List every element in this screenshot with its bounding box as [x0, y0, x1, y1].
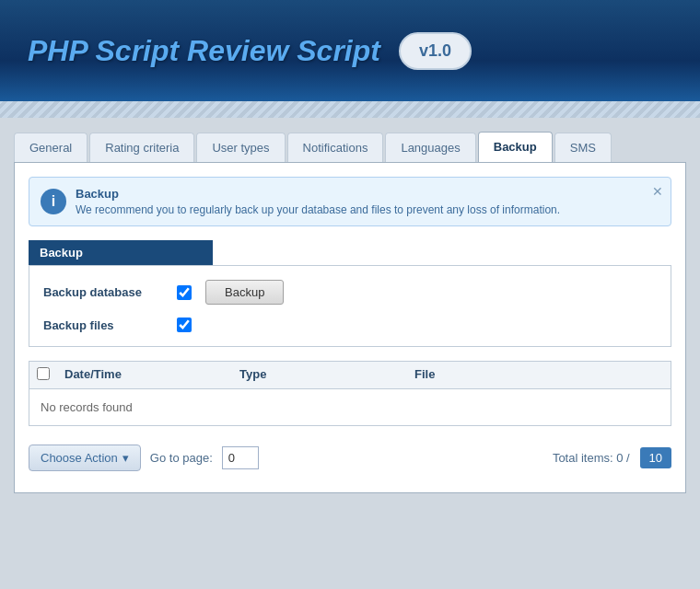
- tab-bar: General Rating criteria User types Notif…: [14, 132, 686, 162]
- section-title: Backup: [29, 240, 213, 265]
- total-items-label: Total items: 0 / 10: [553, 451, 671, 465]
- header: PHP Script Review Script v1.0: [0, 0, 700, 101]
- info-icon: i: [41, 189, 66, 214]
- tab-user-types[interactable]: User types: [196, 133, 285, 162]
- tab-sms[interactable]: SMS: [554, 133, 612, 162]
- tab-languages[interactable]: Languages: [385, 133, 475, 162]
- tab-rating-criteria[interactable]: Rating criteria: [89, 133, 194, 162]
- tab-backup[interactable]: Backup: [478, 132, 553, 162]
- backup-files-label: Backup files: [43, 318, 163, 332]
- total-label-text: Total items: 0 /: [553, 451, 630, 465]
- select-all-checkbox[interactable]: [37, 367, 50, 380]
- app-title: PHP Script Review Script: [28, 34, 380, 68]
- bottom-bar: Choose Action ▾ Go to page: Total items:…: [29, 437, 671, 479]
- choose-action-arrow-icon: ▾: [122, 451, 129, 465]
- content-area: i Backup We recommend you to regularly b…: [14, 162, 686, 493]
- backup-files-row: Backup files: [43, 318, 657, 332]
- tab-general[interactable]: General: [14, 133, 88, 162]
- title-review-script: Script: [96, 34, 180, 67]
- backup-database-label: Backup database: [43, 285, 163, 299]
- section-body: Backup database Backup Backup files: [29, 265, 671, 347]
- col-file: File: [414, 367, 589, 383]
- title-review-word: Review Script: [187, 34, 380, 67]
- backup-files-checkbox[interactable]: [177, 318, 192, 332]
- backup-section: Backup Backup database Backup Backup fil…: [29, 240, 671, 347]
- col-type: Type: [239, 367, 414, 383]
- info-body: We recommend you to regularly back up yo…: [76, 203, 560, 216]
- title-php: PHP: [28, 34, 96, 67]
- stripe-divider: [0, 101, 700, 118]
- table-select-all-cell: [37, 367, 64, 383]
- choose-action-label: Choose Action: [41, 451, 118, 465]
- choose-action-button[interactable]: Choose Action ▾: [29, 445, 141, 471]
- backup-button[interactable]: Backup: [205, 280, 284, 305]
- info-text: Backup We recommend you to regularly bac…: [76, 187, 560, 216]
- per-page-value[interactable]: 10: [640, 447, 671, 468]
- no-records-text: No records found: [41, 400, 133, 414]
- go-to-page-label: Go to page:: [150, 451, 213, 465]
- col-actions: [589, 367, 663, 383]
- table-body: No records found: [29, 389, 671, 425]
- backup-database-checkbox[interactable]: [177, 285, 192, 300]
- table-header-row: Date/Time Type File: [29, 362, 671, 389]
- col-datetime: Date/Time: [64, 367, 239, 383]
- backup-database-row: Backup database Backup: [43, 280, 657, 305]
- info-title: Backup: [76, 187, 560, 201]
- main-content: General Rating criteria User types Notif…: [0, 118, 700, 507]
- version-badge: v1.0: [399, 32, 472, 70]
- info-close-button[interactable]: ✕: [652, 185, 663, 198]
- records-table: Date/Time Type File No records found: [29, 361, 671, 426]
- info-box: i Backup We recommend you to regularly b…: [29, 177, 671, 226]
- tab-notifications[interactable]: Notifications: [287, 133, 384, 162]
- page-number-input[interactable]: [222, 446, 259, 469]
